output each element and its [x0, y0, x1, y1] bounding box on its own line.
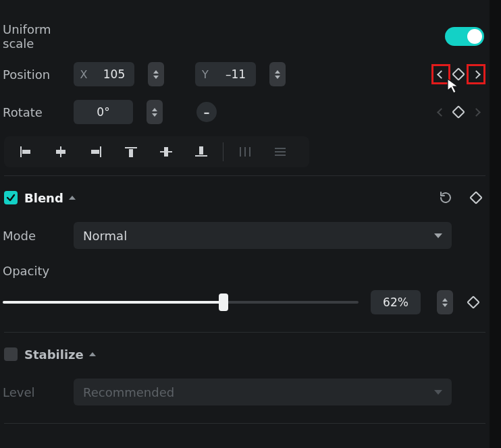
position-x-axis: X — [74, 68, 94, 81]
svg-rect-7 — [129, 149, 133, 157]
position-keyframe-nav — [433, 65, 484, 83]
align-left-button[interactable] — [8, 140, 43, 163]
keyframe-diamond-icon — [452, 67, 465, 81]
opacity-slider-thumb[interactable] — [219, 293, 228, 311]
opacity-slider[interactable] — [3, 301, 359, 304]
toolbar-separator — [223, 142, 223, 161]
opacity-stepper[interactable] — [437, 290, 453, 314]
uniform-scale-label: Uniform scale — [3, 22, 74, 51]
keyframe-diamond-icon — [467, 296, 480, 309]
position-keyframe-toggle[interactable] — [450, 65, 467, 83]
rotate-next-keyframe-button[interactable] — [468, 103, 484, 121]
svg-rect-9 — [164, 147, 168, 157]
caret-up-icon — [89, 352, 96, 356]
opacity-slider-fill — [3, 301, 223, 304]
rotate-stepper[interactable] — [147, 100, 163, 124]
blend-keyframe-toggle[interactable] — [468, 189, 484, 206]
position-y-value[interactable]: –11 — [215, 67, 256, 81]
stabilize-section-header[interactable]: Stabilize — [0, 335, 490, 373]
chevron-left-icon — [437, 108, 446, 117]
position-y-stepper[interactable] — [269, 62, 286, 86]
position-x-value[interactable]: 105 — [94, 67, 134, 81]
chevron-down-icon — [434, 390, 442, 395]
align-right-button[interactable] — [78, 140, 113, 163]
blend-mode-value: Normal — [83, 229, 127, 243]
rotate-prev-keyframe-button[interactable] — [433, 103, 449, 121]
toggle-knob — [467, 29, 482, 44]
chevron-left-icon — [437, 70, 446, 79]
vertical-scrollbar[interactable] — [490, 0, 501, 448]
keyframe-diamond-icon — [469, 191, 483, 204]
svg-rect-3 — [56, 150, 65, 154]
svg-rect-5 — [91, 150, 99, 154]
align-top-button[interactable] — [113, 140, 149, 163]
position-x-group[interactable]: X 105 — [74, 62, 134, 86]
caret-up-icon — [69, 196, 76, 200]
alignment-toolbar — [4, 136, 309, 167]
stabilize-level-dropdown: Recommended — [74, 379, 452, 405]
blend-section-header[interactable]: Blend — [0, 179, 490, 217]
stabilize-level-label: Level — [3, 385, 74, 399]
rotate-label: Rotate — [3, 105, 74, 119]
opacity-label: Opacity — [3, 264, 484, 278]
blend-checkbox[interactable] — [4, 191, 18, 204]
stabilize-checkbox[interactable] — [4, 347, 18, 361]
divider — [4, 423, 485, 424]
position-y-axis: Y — [195, 68, 215, 81]
blend-reset-button[interactable] — [438, 190, 453, 205]
distribute-v-button[interactable] — [263, 140, 298, 163]
keyframe-diamond-icon — [452, 105, 465, 119]
uniform-scale-toggle[interactable] — [445, 27, 484, 46]
opacity-keyframe-toggle[interactable] — [465, 293, 481, 311]
position-prev-keyframe-button[interactable] — [433, 65, 449, 83]
position-next-keyframe-button[interactable] — [468, 65, 484, 83]
position-label: Position — [3, 67, 74, 82]
opacity-value[interactable]: 62% — [371, 290, 421, 314]
rotate-group[interactable]: 0° — [74, 100, 133, 124]
position-y-group[interactable]: Y –11 — [195, 62, 256, 86]
rotate-value[interactable]: 0° — [74, 105, 133, 119]
distribute-h-button[interactable] — [228, 140, 263, 163]
rotate-keyframe-nav — [433, 103, 484, 121]
stabilize-level-value: Recommended — [83, 385, 174, 399]
chevron-right-icon — [472, 108, 481, 117]
blend-title: Blend — [24, 191, 63, 205]
align-vcenter-button[interactable] — [149, 140, 184, 163]
chevron-right-icon — [472, 70, 481, 79]
rotate-reset-button[interactable]: – — [196, 102, 217, 122]
chevron-down-icon — [434, 233, 442, 238]
svg-rect-11 — [199, 146, 203, 155]
rotate-keyframe-toggle[interactable] — [450, 103, 467, 121]
stabilize-title: Stabilize — [24, 347, 84, 362]
svg-rect-1 — [22, 150, 30, 154]
position-x-stepper[interactable] — [148, 62, 164, 86]
align-hcenter-button[interactable] — [43, 140, 78, 163]
divider — [4, 175, 485, 176]
divider — [4, 332, 485, 333]
blend-mode-dropdown[interactable]: Normal — [74, 222, 452, 249]
align-bottom-button[interactable] — [184, 140, 219, 163]
blend-mode-label: Mode — [3, 229, 74, 243]
